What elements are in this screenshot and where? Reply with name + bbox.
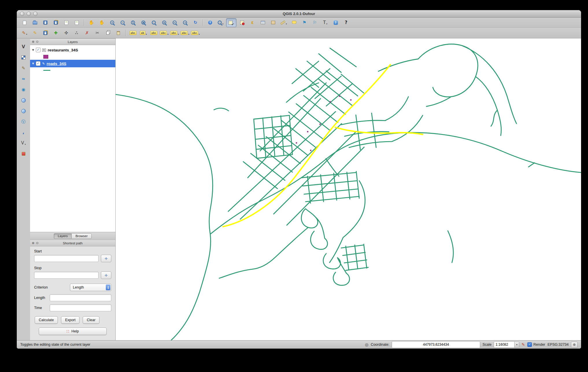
criterion-select[interactable]: Length ▲▼ bbox=[70, 284, 111, 291]
tab-browser[interactable]: Browser bbox=[71, 233, 92, 239]
shortest-path-route-layer bbox=[223, 65, 423, 227]
refresh-map-button[interactable]: ↻ bbox=[191, 18, 200, 27]
zoom-full-button[interactable] bbox=[138, 18, 148, 27]
export-button[interactable]: Export bbox=[61, 316, 79, 324]
whats-this-button[interactable]: ? bbox=[341, 18, 351, 27]
tab-layers[interactable]: Layers bbox=[54, 233, 72, 239]
mouse-position-icon[interactable]: ◎ bbox=[365, 343, 368, 347]
open-attribute-table-button[interactable] bbox=[258, 18, 268, 27]
add-vector-layer-button[interactable]: V bbox=[19, 42, 28, 51]
coordinate-input[interactable] bbox=[392, 341, 480, 348]
capture-start-button[interactable]: ✛ bbox=[101, 255, 111, 262]
expand-arrow-icon[interactable]: ▼ bbox=[32, 62, 34, 65]
zoom-to-selection-button[interactable] bbox=[149, 18, 159, 27]
help-button[interactable]: ∷ Help bbox=[39, 328, 107, 335]
titlebar[interactable]: QGIS 2.0.1-Dufour bbox=[17, 10, 581, 18]
scale-dropdown-icon[interactable]: ▾ bbox=[514, 342, 519, 347]
layer-item-restaurants_34S[interactable]: ▼✓restaurants_34S bbox=[30, 46, 115, 54]
add-oracle-layer-button[interactable]: V▾ bbox=[19, 139, 28, 147]
label-pin-button[interactable]: abc bbox=[149, 29, 159, 37]
expand-arrow-icon[interactable]: ▼ bbox=[32, 49, 34, 51]
panel-float-icon[interactable]: ⊙ bbox=[36, 241, 38, 245]
open-project-button[interactable] bbox=[30, 18, 40, 27]
select-by-expression-button[interactable]: ε bbox=[247, 18, 257, 27]
composer-manager-button[interactable] bbox=[72, 18, 82, 27]
panel-close-icon[interactable]: ⊗ bbox=[32, 241, 34, 245]
save-project-button[interactable] bbox=[40, 18, 50, 27]
zoom-native-button[interactable] bbox=[128, 18, 138, 27]
zoom-to-selected-button[interactable]: ▾ bbox=[216, 18, 225, 27]
map-tips-button[interactable] bbox=[289, 18, 299, 27]
add-postgis-layer-button[interactable] bbox=[19, 96, 28, 105]
zoom-in-button[interactable] bbox=[107, 18, 117, 27]
text-annotation-button[interactable]: T▾ bbox=[320, 18, 330, 27]
crs-status-button[interactable]: EPSG:32734 bbox=[548, 343, 569, 347]
length-input[interactable] bbox=[50, 294, 111, 301]
add-raster-layer-button[interactable] bbox=[19, 53, 28, 62]
node-tool-button[interactable]: ∴ bbox=[72, 29, 82, 37]
layer-visibility-checkbox[interactable]: ✓ bbox=[36, 61, 40, 66]
add-wms-layer-button[interactable] bbox=[19, 107, 28, 115]
label-abc-icon: abc bbox=[181, 31, 188, 35]
cut-features-button[interactable]: ✂ bbox=[93, 29, 102, 37]
field-calculator-button[interactable] bbox=[268, 18, 278, 27]
zoom-out-button[interactable] bbox=[118, 18, 127, 27]
new-project-button[interactable] bbox=[20, 18, 29, 27]
add-feature-button[interactable]: ✚ bbox=[51, 29, 61, 37]
show-bookmarks-button[interactable]: ⚐ bbox=[310, 18, 320, 27]
pan-map-button[interactable]: ✋ bbox=[86, 18, 96, 27]
zoom-to-layer-button[interactable] bbox=[159, 18, 169, 27]
new-shapefile-layer-button[interactable]: ✎ bbox=[19, 64, 28, 72]
panel-float-icon[interactable]: ⊙ bbox=[36, 40, 38, 43]
add-spatialite-layer-button[interactable]: ≈ bbox=[19, 75, 28, 83]
time-input[interactable] bbox=[50, 304, 111, 311]
paste-features-button[interactable] bbox=[113, 29, 123, 37]
copy-features-button[interactable] bbox=[103, 29, 113, 37]
help-contents-button[interactable]: ? bbox=[331, 18, 341, 27]
calculate-button[interactable]: Calculate bbox=[35, 316, 58, 324]
layer-visibility-checkbox[interactable]: ✓ bbox=[36, 48, 40, 52]
current-edits-button[interactable]: ✎▾ bbox=[20, 29, 29, 37]
move-feature-button[interactable]: ✜ bbox=[61, 29, 71, 37]
map-canvas[interactable] bbox=[116, 38, 581, 340]
scale-combo[interactable]: ▾ bbox=[494, 341, 519, 348]
layers-tree: ▼✓restaurants_34S▼✓✎roads_34S bbox=[30, 45, 115, 232]
add-mssql-layer-button[interactable]: ◉ bbox=[19, 85, 28, 94]
select-features-button[interactable]: ▾ bbox=[226, 18, 236, 27]
identify-features-button[interactable]: i bbox=[205, 18, 215, 27]
add-delimited-text-layer-button[interactable]: , bbox=[19, 128, 28, 137]
label-change-button[interactable]: abc▾ bbox=[191, 29, 200, 37]
capture-stop-button[interactable]: ✛ bbox=[101, 271, 111, 279]
add-wfs-layer-button[interactable]: Ⓥ bbox=[19, 117, 28, 126]
toggle-editing-button[interactable]: ✎ bbox=[30, 29, 40, 37]
digitizing-toolbar: ✎▾✎✚✜∴✗✂abcab▾abcabc▾abc▾abc▾abc▾ bbox=[17, 28, 581, 38]
label-move-button[interactable]: abc▾ bbox=[170, 29, 180, 37]
save-layer-edits-button[interactable] bbox=[40, 29, 50, 37]
stop-input[interactable] bbox=[34, 272, 99, 279]
label-properties-button[interactable]: ab▾ bbox=[138, 29, 148, 37]
measure-button[interactable]: ▾ bbox=[279, 18, 289, 27]
new-bookmark-button[interactable]: ⚑ bbox=[299, 18, 309, 27]
labeling-button[interactable]: abc bbox=[128, 29, 138, 37]
new-print-composer-button[interactable] bbox=[61, 18, 71, 27]
new-map-view-button[interactable] bbox=[19, 149, 28, 158]
label-show-hide-button[interactable]: abc▾ bbox=[159, 29, 169, 37]
log-messages-button[interactable]: ⊕ bbox=[571, 342, 578, 348]
start-input[interactable] bbox=[34, 255, 99, 262]
deselect-features-button[interactable] bbox=[237, 18, 247, 27]
cursor-question-icon: ? bbox=[345, 21, 347, 25]
scale-input[interactable] bbox=[494, 342, 514, 347]
pen-icon[interactable]: ✎ bbox=[522, 343, 525, 347]
help-question-icon: ? bbox=[334, 21, 338, 25]
dropdown-caret-icon: ▾ bbox=[26, 33, 27, 36]
layer-item-roads_34S[interactable]: ▼✓✎roads_34S bbox=[30, 60, 115, 67]
zoom-next-button[interactable] bbox=[180, 18, 190, 27]
panel-close-icon[interactable]: ⊗ bbox=[32, 40, 34, 43]
delete-selected-button[interactable]: ✗ bbox=[82, 29, 92, 37]
label-rotate-button[interactable]: abc▾ bbox=[180, 29, 190, 37]
save-project-as-button[interactable] bbox=[51, 18, 61, 27]
render-checkbox[interactable]: ✓ Render bbox=[527, 342, 545, 347]
zoom-last-button[interactable] bbox=[170, 18, 180, 27]
pan-to-selection-button[interactable]: ✋ bbox=[97, 18, 107, 27]
clear-button[interactable]: Clear bbox=[83, 316, 99, 324]
